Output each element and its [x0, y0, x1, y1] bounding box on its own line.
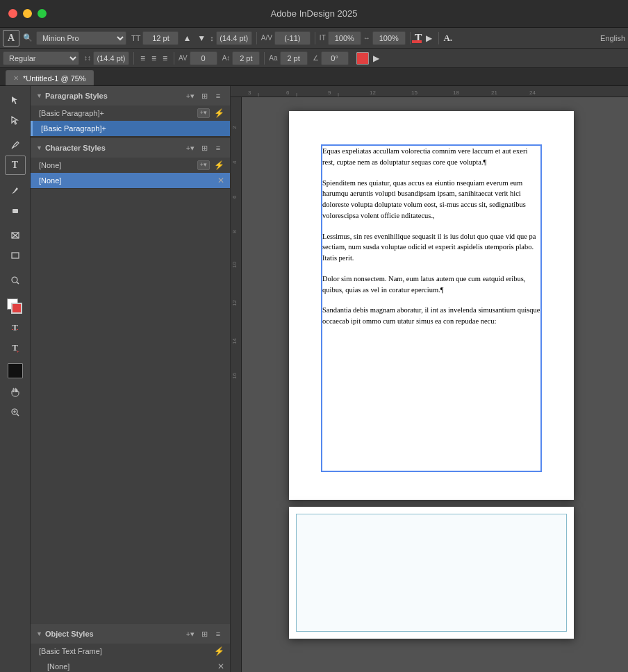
object-styles-collapse-icon: ▼	[36, 630, 42, 637]
svg-line-6	[17, 282, 19, 284]
tracking-label: A/V	[261, 34, 272, 42]
text-cursor-pos: a	[370, 201, 373, 208]
align-right-button[interactable]: ≡	[149, 52, 158, 65]
object-style-basic-text[interactable]: [Basic Text Frame] ⚡	[31, 644, 230, 659]
page-with-ruler: 2 4 6 8 10 12 14 16	[231, 97, 628, 672]
paragraph-styles-menu-btn[interactable]: ≡	[212, 90, 224, 102]
angle-label: ∠	[313, 54, 319, 62]
rectangle-tool[interactable]	[5, 246, 26, 265]
align-indent-button[interactable]: ≡	[160, 52, 170, 65]
paragraph-styles-header[interactable]: ▼ Paragraph Styles +▾ ⊞ ≡	[31, 86, 230, 106]
scale-h-input[interactable]	[372, 31, 406, 45]
align-left-button[interactable]: ≡	[138, 52, 147, 65]
svg-text:4: 4	[231, 160, 238, 164]
object-styles-actions: +▾ ⊞ ≡	[184, 628, 224, 640]
font-size-input[interactable]	[142, 31, 179, 45]
minimize-button[interactable]	[23, 9, 32, 18]
style-item-1-badge: +▾	[197, 108, 210, 118]
character-styles-title: Character Styles	[45, 144, 181, 152]
font-size-up[interactable]: ▲	[181, 32, 193, 44]
object-style-none[interactable]: [None] ✕	[31, 659, 230, 672]
leading-input[interactable]	[216, 31, 252, 45]
eraser-tool[interactable]	[5, 201, 26, 220]
paragraph-5: Sandantia debis magnam aboratur, il int …	[322, 305, 540, 327]
stroke-expand[interactable]: ▶	[371, 52, 381, 65]
character-style-item-none-1[interactable]: [None] +▾ ⚡	[31, 158, 230, 173]
object-styles-new-btn[interactable]: ⊞	[198, 628, 210, 640]
svg-text:16: 16	[231, 373, 238, 379]
color-expand[interactable]: ▶	[424, 32, 434, 44]
pencil-tool[interactable]	[5, 180, 26, 200]
select-tool[interactable]	[5, 90, 26, 110]
baseline-input[interactable]	[232, 51, 260, 65]
svg-text:12: 12	[231, 300, 238, 306]
title-bar: Adobe InDesign 2025	[0, 0, 628, 28]
style-item-1-lightning: ⚡	[214, 108, 224, 118]
character-style-none-label-1: [None]	[39, 161, 61, 169]
type-on-path-tool[interactable]: T	[5, 318, 26, 337]
type-on-path-tool2[interactable]: T+	[5, 338, 26, 358]
object-styles-add-btn[interactable]: +▾	[184, 628, 197, 640]
svg-text:10: 10	[231, 262, 238, 268]
paragraph-styles-title: Paragraph Styles	[45, 92, 181, 100]
font-search-icon: 🔍	[22, 32, 34, 44]
object-style-none-close[interactable]: ✕	[217, 662, 224, 671]
type-tool[interactable]: T	[5, 156, 26, 175]
scale2-input[interactable]	[280, 51, 308, 65]
character-styles-menu-btn[interactable]: ≡	[212, 142, 224, 154]
close-button[interactable]	[8, 9, 17, 18]
rectangle-frame-tool[interactable]	[5, 226, 26, 245]
paragraph-styles-new-btn[interactable]: ⊞	[198, 90, 210, 102]
char-item-badge: +▾	[197, 160, 210, 170]
scale-h-label: ↔	[363, 34, 370, 42]
canvas-scroll-area[interactable]: Equas expeliatas accullam volorectia com…	[242, 97, 628, 672]
object-styles-header[interactable]: ▼ Object Styles +▾ ⊞ ≡	[31, 624, 230, 644]
paragraph-styles-add-btn[interactable]: +▾	[184, 90, 197, 102]
paragraph-2: Spienditem nes quiatur, quas accus ea ei…	[322, 178, 540, 221]
character-styles-new-btn[interactable]: ⊞	[198, 142, 210, 154]
leading-input2[interactable]	[93, 51, 129, 65]
black-square	[8, 363, 23, 378]
zoom-tool[interactable]	[5, 271, 26, 290]
scale-v-input[interactable]	[328, 31, 361, 45]
maximize-button[interactable]	[38, 9, 47, 18]
character-styles-section: ▼ Character Styles +▾ ⊞ ≡ [None] +▾ ⚡	[31, 138, 230, 189]
font-style-select[interactable]: Regular	[3, 51, 79, 65]
character-styles-add-btn[interactable]: +▾	[184, 142, 197, 154]
char-item-lightning: ⚡	[214, 160, 224, 170]
zoom-tool2[interactable]	[5, 403, 26, 422]
leading-icon: ↕	[210, 34, 214, 42]
toolbar-row2: Regular ↕↕ ≡ ≡ ≡ AV A↕ Aa ∠ ▶	[0, 49, 628, 68]
direct-select-tool[interactable]	[5, 110, 26, 130]
character-style-close-icon[interactable]: ✕	[217, 176, 224, 185]
kerning-input[interactable]	[190, 51, 217, 65]
paragraph-style-item-2[interactable]: [Basic Paragraph]+	[31, 121, 230, 136]
main-layout: T T T+	[0, 86, 628, 672]
svg-text:6: 6	[286, 90, 290, 96]
object-styles-menu-btn[interactable]: ≡	[212, 628, 224, 640]
document-tab[interactable]: ✕ *Untitled-1 @ 75%	[6, 70, 94, 85]
document-page-1: Equas expeliatas accullam volorectia com…	[289, 111, 574, 500]
align-icons: ↕↕	[84, 54, 91, 62]
tab-bar: ✕ *Untitled-1 @ 75%	[0, 68, 628, 86]
paragraph-styles-actions: +▾ ⊞ ≡	[184, 90, 224, 102]
pen-tool[interactable]	[5, 135, 26, 155]
paragraph-style-label-2: [Basic Paragraph]+	[41, 124, 106, 133]
text-color-group: T	[415, 32, 422, 44]
stroke-box[interactable]	[11, 303, 22, 314]
font-size-down[interactable]: ▼	[195, 32, 208, 44]
stroke-color-swatch	[356, 52, 369, 65]
font-family-select[interactable]: Minion Pro	[36, 31, 126, 45]
angle-input[interactable]	[321, 51, 349, 65]
paragraph-style-item-1[interactable]: [Basic Paragraph]+ +▾ ⚡	[31, 106, 230, 121]
character-styles-header[interactable]: ▼ Character Styles +▾ ⊞ ≡	[31, 138, 230, 158]
ruler-svg: 3 6 9 12 15 18 21 24	[231, 86, 628, 97]
paragraph-styles-section: ▼ Paragraph Styles +▾ ⊞ ≡ [Basic Paragra…	[31, 86, 230, 137]
object-style-lightning: ⚡	[214, 646, 224, 656]
document-page-2	[289, 507, 574, 639]
character-style-item-none-2[interactable]: [None] ✕	[31, 173, 230, 188]
hand-tool[interactable]	[5, 383, 26, 402]
svg-text:18: 18	[453, 90, 459, 96]
tab-close-icon[interactable]: ✕	[13, 74, 19, 82]
tracking-input[interactable]	[274, 31, 311, 45]
